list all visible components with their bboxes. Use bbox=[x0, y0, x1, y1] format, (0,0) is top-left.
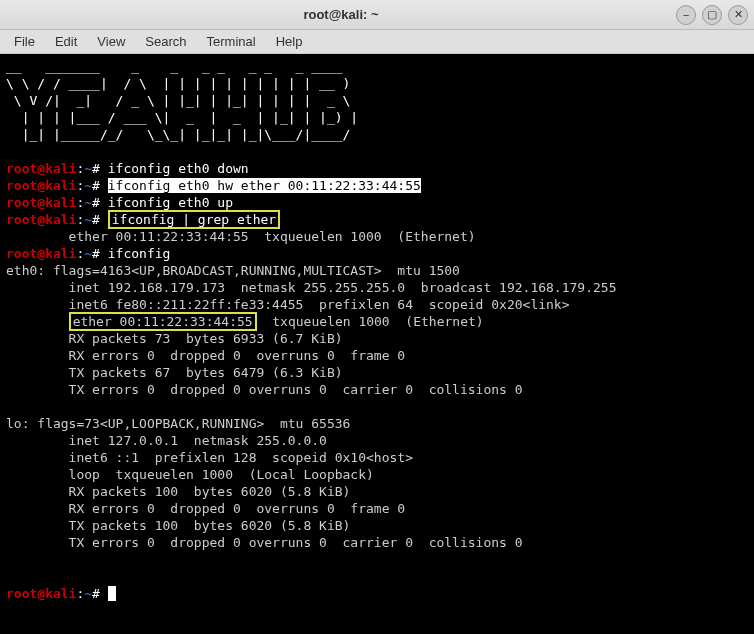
prompt-path: ~ bbox=[84, 161, 92, 176]
output-eth0-txpackets: TX packets 67 bytes 6479 (6.3 KiB) bbox=[6, 365, 343, 380]
output-eth0-rxerrors: RX errors 0 dropped 0 overruns 0 frame 0 bbox=[6, 348, 405, 363]
menubar: File Edit View Search Terminal Help bbox=[0, 30, 754, 54]
prompt-host: @kali bbox=[37, 246, 76, 261]
output-lo-inet6: inet6 ::1 prefixlen 128 scopeid 0x10<hos… bbox=[6, 450, 413, 465]
minimize-button[interactable]: − bbox=[676, 5, 696, 25]
output-eth0-ether-pre bbox=[6, 314, 69, 329]
prompt-path: ~ bbox=[84, 586, 92, 601]
prompt-user: root bbox=[6, 212, 37, 227]
output-eth0-flags: eth0: flags=4163<UP,BROADCAST,RUNNING,MU… bbox=[6, 263, 460, 278]
prompt-hash: # bbox=[92, 195, 108, 210]
prompt-user: root bbox=[6, 586, 37, 601]
output-lo-rxerrors: RX errors 0 dropped 0 overruns 0 frame 0 bbox=[6, 501, 405, 516]
command-ifconfig-down: ifconfig eth0 down bbox=[108, 161, 249, 176]
prompt-path: ~ bbox=[84, 212, 92, 227]
blank-line bbox=[6, 144, 14, 159]
close-button[interactable]: ✕ bbox=[728, 5, 748, 25]
prompt-hash: # bbox=[92, 212, 108, 227]
output-lo-inet: inet 127.0.0.1 netmask 255.0.0.0 bbox=[6, 433, 327, 448]
cursor[interactable] bbox=[108, 586, 116, 601]
command-ifconfig-up: ifconfig eth0 up bbox=[108, 195, 233, 210]
output-lo-txerrors: TX errors 0 dropped 0 overruns 0 carrier… bbox=[6, 535, 523, 550]
command-hw-ether-highlighted: ifconfig eth0 hw ether 00:11:22:33:44:55 bbox=[108, 178, 421, 193]
maximize-button[interactable]: ▢ bbox=[702, 5, 722, 25]
window-title: root@kali: ~ bbox=[6, 7, 676, 22]
output-eth0-txerrors: TX errors 0 dropped 0 overruns 0 carrier… bbox=[6, 382, 523, 397]
command-grep-ether-boxed: ifconfig | grep ether bbox=[108, 210, 280, 229]
titlebar: root@kali: ~ − ▢ ✕ bbox=[0, 0, 754, 30]
prompt-hash: # bbox=[92, 161, 108, 176]
prompt-host: @kali bbox=[37, 161, 76, 176]
prompt-user: root bbox=[6, 246, 37, 261]
prompt-path: ~ bbox=[84, 246, 92, 261]
output-lo-txpackets: TX packets 100 bytes 6020 (5.8 KiB) bbox=[6, 518, 350, 533]
prompt-user: root bbox=[6, 178, 37, 193]
prompt-user: root bbox=[6, 161, 37, 176]
prompt-host: @kali bbox=[37, 212, 76, 227]
output-eth0-inet: inet 192.168.179.173 netmask 255.255.255… bbox=[6, 280, 616, 295]
output-eth0-rxpackets: RX packets 73 bytes 6933 (6.7 KiB) bbox=[6, 331, 343, 346]
window-controls: − ▢ ✕ bbox=[676, 5, 748, 25]
menu-file[interactable]: File bbox=[6, 32, 43, 51]
prompt-path: ~ bbox=[84, 178, 92, 193]
menu-view[interactable]: View bbox=[89, 32, 133, 51]
ascii-banner: __ _______ _ _ _ _ _ _ _ ____ \ \ / / __… bbox=[6, 59, 358, 142]
menu-search[interactable]: Search bbox=[137, 32, 194, 51]
output-lo-flags: lo: flags=73<UP,LOOPBACK,RUNNING> mtu 65… bbox=[6, 416, 350, 431]
output-eth0-inet6: inet6 fe80::211:22ff:fe33:4455 prefixlen… bbox=[6, 297, 570, 312]
output-grep-ether: ether 00:11:22:33:44:55 txqueuelen 1000 … bbox=[6, 229, 476, 244]
prompt-host: @kali bbox=[37, 586, 76, 601]
prompt-hash: # bbox=[92, 178, 108, 193]
output-lo-rxpackets: RX packets 100 bytes 6020 (5.8 KiB) bbox=[6, 484, 350, 499]
menu-edit[interactable]: Edit bbox=[47, 32, 85, 51]
prompt-host: @kali bbox=[37, 178, 76, 193]
prompt-hash: # bbox=[92, 586, 108, 601]
output-eth0-ether-boxed: ether 00:11:22:33:44:55 bbox=[69, 312, 257, 331]
menu-help[interactable]: Help bbox=[268, 32, 311, 51]
prompt-host: @kali bbox=[37, 195, 76, 210]
output-lo-loop: loop txqueuelen 1000 (Local Loopback) bbox=[6, 467, 374, 482]
terminal-viewport[interactable]: __ _______ _ _ _ _ _ _ _ ____ \ \ / / __… bbox=[0, 54, 754, 634]
menu-terminal[interactable]: Terminal bbox=[199, 32, 264, 51]
command-ifconfig: ifconfig bbox=[108, 246, 171, 261]
prompt-hash: # bbox=[92, 246, 108, 261]
output-eth0-ether-post: txqueuelen 1000 (Ethernet) bbox=[257, 314, 484, 329]
prompt-user: root bbox=[6, 195, 37, 210]
prompt-path: ~ bbox=[84, 195, 92, 210]
